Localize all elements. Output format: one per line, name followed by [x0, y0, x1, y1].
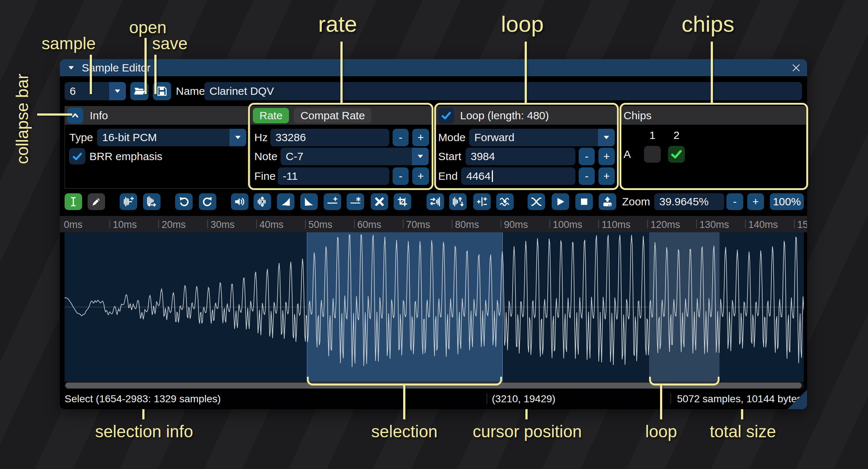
ruler-tick	[158, 220, 159, 228]
ruler-tick-label: 40ms	[259, 219, 283, 230]
note-value: C-7	[281, 150, 412, 163]
titlebar[interactable]: Sample Editor	[60, 59, 807, 76]
loop-enable-checkbox[interactable]	[438, 108, 454, 124]
chevron-down-icon	[229, 129, 246, 146]
note-select[interactable]: C-7	[281, 148, 429, 165]
amplify-button[interactable]	[120, 193, 137, 210]
check-icon	[670, 148, 683, 160]
play-icon	[555, 197, 566, 207]
ruler-tick-label: 30ms	[211, 219, 235, 230]
loop-start-input[interactable]: 3984	[466, 148, 575, 165]
status-bar: Select (1654-2983: 1329 samples) (3210, …	[60, 389, 807, 408]
loop-mode-select[interactable]: Forward	[469, 129, 615, 146]
ruler-tick-label: 50ms	[308, 219, 332, 230]
zoom-out-button[interactable]: -	[726, 193, 743, 210]
annotation-line-open	[144, 38, 147, 94]
ruler-tick	[452, 220, 452, 228]
ruler-tick-label: 80ms	[455, 219, 479, 230]
total-size-text: 5072 samples, 10144 bytes	[677, 393, 802, 405]
window-collapse-icon[interactable]	[67, 64, 75, 72]
waveform-display[interactable]	[65, 232, 804, 382]
sample-number-value: 6	[65, 85, 109, 97]
ruler-tick	[647, 220, 648, 228]
fade-in-button[interactable]	[277, 193, 294, 210]
undo-button[interactable]	[175, 193, 193, 210]
hz-input[interactable]: 33286	[270, 129, 389, 146]
insert-silence-button[interactable]	[324, 193, 341, 210]
ruler-tick	[109, 220, 110, 228]
hz-plus-button[interactable]: +	[412, 129, 429, 146]
export-button[interactable]	[599, 193, 616, 210]
timeline-ruler[interactable]: 0ms10ms20ms30ms40ms50ms60ms70ms80ms90ms1…	[60, 216, 807, 232]
redo-icon	[202, 196, 213, 207]
scrollbar-track[interactable]	[65, 382, 804, 389]
chip-checkbox-checked[interactable]	[668, 146, 685, 163]
play-button[interactable]	[552, 193, 569, 210]
loop-start-plus-button[interactable]: +	[598, 148, 615, 165]
apply-silence-button[interactable]	[347, 193, 364, 210]
chip-checkbox-unchecked[interactable]	[644, 146, 661, 163]
signed-unsigned-button[interactable]	[473, 193, 491, 210]
ruler-tick-label: 0ms	[64, 219, 82, 230]
select-mode-button[interactable]	[65, 193, 82, 210]
zoom-input[interactable]: 39.9645%	[654, 193, 724, 210]
loop-end-minus-button[interactable]: -	[579, 167, 595, 185]
scrollbar-thumb[interactable]	[65, 383, 802, 388]
rate-mode-button[interactable]: Rate	[253, 108, 289, 123]
redo-button[interactable]	[199, 193, 216, 210]
annotation-selection: selection	[371, 422, 438, 441]
close-icon[interactable]	[790, 62, 802, 74]
fade-out-button[interactable]	[300, 193, 318, 210]
annotation-line-loop-bottom	[660, 385, 662, 419]
loop-end-plus-button[interactable]: +	[598, 167, 615, 185]
annotation-sample: sample	[42, 34, 96, 53]
annotation-cursor-position: cursor position	[472, 422, 582, 441]
annotation-rate: rate	[318, 11, 357, 37]
text-cursor	[492, 170, 493, 182]
delete-button[interactable]	[371, 193, 388, 210]
mode-label: Mode	[438, 129, 466, 146]
name-label: Name	[176, 82, 205, 100]
ruler-tick-label: 100ms	[553, 219, 582, 230]
upload-icon	[602, 196, 613, 207]
rate-panel: Rate Compat Rate Hz 33286 - + Note C-7 F…	[250, 106, 433, 189]
sign-convert-icon	[477, 196, 487, 207]
filter-button[interactable]	[496, 193, 514, 210]
chips-panel: Chips 1 2 A	[620, 106, 806, 189]
reverse-button[interactable]	[427, 193, 444, 210]
ruler-tick-label: 130ms	[699, 219, 729, 230]
fine-minus-button[interactable]: -	[393, 167, 409, 185]
ruler-tick	[501, 220, 501, 228]
resize-button[interactable]	[143, 193, 161, 210]
rate-panel-header: Rate Compat Rate	[251, 106, 432, 125]
zoom-reset-button[interactable]: 100%	[770, 193, 804, 210]
fine-plus-button[interactable]: +	[412, 167, 429, 185]
compat-rate-button[interactable]: Compat Rate	[294, 108, 371, 123]
trim-button[interactable]	[394, 193, 411, 210]
loop-start-value: 3984	[471, 150, 495, 163]
resize-grip[interactable]	[787, 389, 807, 409]
brr-emphasis-checkbox[interactable]	[69, 148, 85, 164]
draw-mode-button[interactable]	[88, 193, 105, 210]
loop-end-input[interactable]: 4464	[461, 167, 575, 185]
stop-button[interactable]	[575, 193, 593, 210]
hz-minus-button[interactable]: -	[393, 129, 409, 146]
chip-row-label: A	[624, 146, 631, 163]
crossfade-button[interactable]	[528, 193, 545, 210]
loop-mode-value: Forward	[469, 131, 598, 144]
preview-button[interactable]	[231, 193, 248, 210]
fine-input[interactable]: -11	[278, 167, 389, 185]
loop-start-minus-button[interactable]: -	[579, 148, 595, 165]
sample-number-select[interactable]: 6	[65, 82, 126, 100]
line-asterisk-icon	[350, 196, 361, 207]
check-icon	[441, 110, 452, 121]
loop-end-label: End	[438, 167, 458, 185]
collapse-button[interactable]	[67, 108, 83, 124]
chips-panel-header: Chips	[620, 106, 806, 125]
invert-button[interactable]	[449, 193, 467, 210]
ruler-tick	[745, 220, 746, 228]
normalize-button[interactable]	[254, 193, 271, 210]
annotation-line-sample	[90, 55, 92, 94]
zoom-in-button[interactable]: +	[747, 193, 764, 210]
type-select[interactable]: 16-bit PCM	[97, 129, 246, 146]
